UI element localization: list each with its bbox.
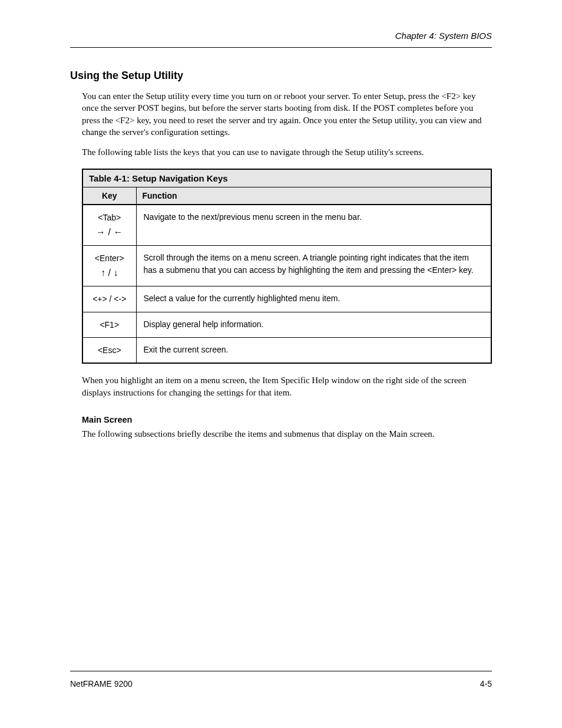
func-cell: Display general help information. <box>136 312 491 337</box>
subsection-title: Main Screen <box>82 415 492 424</box>
key-label: <F1> <box>90 318 129 331</box>
table-title: Table 4-1: Setup Navigation Keys <box>83 170 491 187</box>
table-row: <Tab> → / ← Navigate to the next/previou… <box>83 205 491 245</box>
table-header-row: Key Function <box>83 187 491 205</box>
func-cell: Scroll through the items on a menu scree… <box>136 246 491 286</box>
section-title: Using the Setup Utility <box>70 70 492 82</box>
arrow-up-down-icon: ↑ / ↓ <box>90 265 129 281</box>
key-label: <Esc> <box>90 344 129 357</box>
intro-paragraph-2: The following table lists the keys that … <box>82 146 492 158</box>
func-cell: Select a value for the currently highlig… <box>136 286 491 312</box>
header-chapter: Chapter 4: System BIOS <box>395 31 492 41</box>
key-label: <Enter> <box>90 252 129 265</box>
table-row: <+> / <-> Select a value for the current… <box>83 286 491 312</box>
col-key: Key <box>83 187 136 205</box>
nav-keys-table: Table 4-1: Setup Navigation Keys Key Fun… <box>82 169 492 364</box>
subsection-paragraph: The following subsections briefly descri… <box>82 428 492 440</box>
table-row: <F1> Display general help information. <box>83 312 491 337</box>
intro-paragraph-1: You can enter the Setup utility every ti… <box>82 90 492 138</box>
key-label: <Tab> <box>90 211 129 224</box>
table-row: <Enter> ↑ / ↓ Scroll through the items o… <box>83 246 491 286</box>
key-label: <+> / <-> <box>90 292 129 305</box>
rule-bottom <box>70 671 492 671</box>
table-row: <Esc> Exit the current screen. <box>83 338 491 363</box>
func-cell: Exit the current screen. <box>136 338 491 363</box>
arrow-right-left-icon: → / ← <box>90 225 129 240</box>
content-area: Using the Setup Utility You can enter th… <box>70 66 492 448</box>
key-cell: <F1> <box>83 312 136 337</box>
key-cell: <Tab> → / ← <box>83 205 136 245</box>
page: Chapter 4: System BIOS Using the Setup U… <box>0 0 562 728</box>
after-table-paragraph: When you highlight an item on a menu scr… <box>82 374 492 398</box>
footer-page: 4-5 <box>480 679 492 689</box>
key-cell: <+> / <-> <box>83 286 136 312</box>
footer-product: NetFRAME 9200 <box>70 679 133 689</box>
func-cell: Navigate to the next/previous menu scree… <box>136 205 491 245</box>
table-title-row: Table 4-1: Setup Navigation Keys <box>83 170 491 187</box>
rule-top <box>70 47 492 48</box>
key-cell: <Esc> <box>83 338 136 363</box>
key-cell: <Enter> ↑ / ↓ <box>83 246 136 286</box>
col-function: Function <box>136 187 491 205</box>
